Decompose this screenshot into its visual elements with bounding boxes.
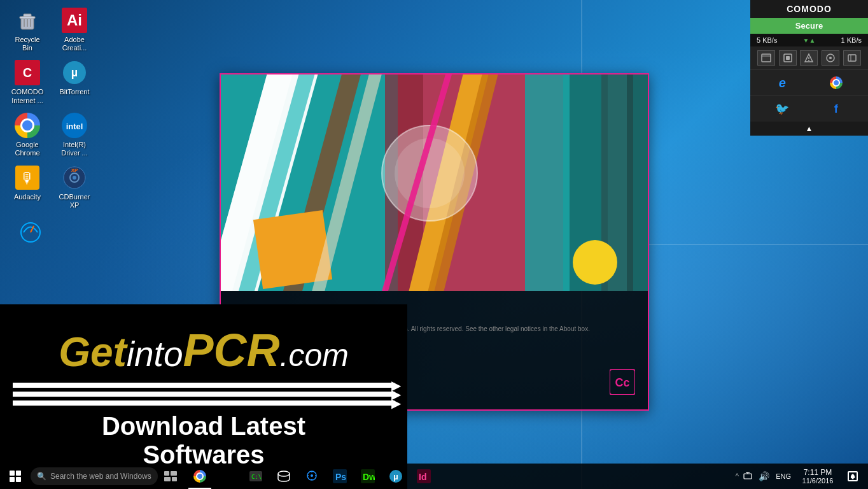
comodo-social-row: 🐦 f [750,96,868,122]
svg-rect-2 [20,17,35,18]
comodo-internet-icon[interactable]: C COMODO Internet ... [5,57,50,107]
svg-rect-73 [852,478,854,479]
taskbar-photoshop-app[interactable]: Ps [326,464,354,489]
comodo-speed-arrows: ▼▲ [803,37,816,44]
watermark-subtitle-area: Download Latest Softwares [102,412,305,469]
svg-point-55 [278,471,290,476]
tray-network-icon[interactable] [741,471,754,482]
start-button[interactable] [0,464,31,489]
watermark-subtitle-1: Download Latest [102,412,305,441]
svg-rect-39 [762,54,771,62]
taskbar-chrome-app[interactable] [186,464,214,489]
svg-rect-51 [164,477,171,481]
comodo-status: Secure [750,18,868,34]
watermark-into: into [127,334,183,374]
comodo-download-speed: 5 KB/s [757,36,777,44]
comodo-twitter-icon[interactable]: 🐦 [773,100,791,118]
svg-rect-47 [848,55,856,61]
adobe-label: Adobe Creati... [57,36,92,52]
cdburnerxp-label: CDBurnerXP [57,193,92,209]
svg-text:Ps: Ps [335,472,346,482]
task-view-button[interactable] [158,464,183,489]
tray-volume-icon[interactable]: 🔊 [757,471,771,481]
intel-driver-icon[interactable]: intel Intel(R) Driver ... [52,110,97,160]
svg-point-44 [808,60,809,61]
tray-expand-chevron[interactable]: ^ [736,472,739,481]
cdburnerxp-icon[interactable]: XP CDBurnerXP [52,162,97,212]
comodo-tool-3[interactable] [800,50,818,66]
svg-marker-25 [525,74,576,291]
watermark-com: .com [280,337,349,374]
arrow-line-3 [13,400,395,406]
taskbar-bittorrent-tb-app[interactable]: µ [382,464,410,489]
svg-text:C:\: C:\ [251,474,262,480]
adobe-creative-icon[interactable]: Ai Adobe Creati... [52,5,97,55]
watermark-pcr: PCR [183,324,280,376]
search-icon: 🔍 [37,472,46,481]
comodo-speed-bar: 5 KB/s ▼▲ 1 KB/s [750,34,868,46]
svg-rect-35 [627,74,648,291]
taskbar-indesign-app[interactable]: Id [410,464,438,489]
chrome-app-icon [193,470,206,483]
comodo-icons-row-1 [750,46,868,69]
svg-text:µ: µ [71,66,78,79]
taskbar: 🔍 Search the web and Windows 🗑 C:\ [0,464,868,489]
recycle-app-icon: 🗑 [222,470,234,483]
taskbar-search[interactable]: 🔍 Search the web and Windows [31,467,158,485]
svg-text:µ: µ [393,472,398,481]
svg-point-57 [311,474,313,477]
desktop-icons-row-1: Recycle Bin Ai Adobe Creati... [5,5,97,55]
notification-icon [848,471,858,481]
taskbar-maps-app[interactable] [298,464,326,489]
intel-label: Intel(R) Driver ... [57,141,92,157]
audacity-icon[interactable]: 🎙 Audacity [5,162,50,212]
comodo-icons-row-2: e [750,69,868,96]
watermark-title-line: Get into PCR .com [59,324,349,376]
svg-point-33 [573,240,617,285]
svg-rect-50 [171,471,177,476]
tray-language[interactable]: ENG [774,472,793,480]
taskbar-dreamweaver-app[interactable]: Dw [354,464,382,489]
comodo-tool-4[interactable] [822,50,839,66]
desktop-icons-area: Recycle Bin Ai Adobe Creati... C COMODO … [0,0,102,253]
taskbar-terminal-app[interactable]: C:\ [242,464,270,489]
arrow-line-2 [13,392,395,397]
splash-artwork [221,74,648,291]
comodo-tool-2[interactable] [779,50,797,66]
comodo-tool-5[interactable] [843,50,861,66]
clock-date: 11/6/2016 [802,477,834,485]
svg-rect-70 [744,474,752,479]
recycle-bin-label: Recycle Bin [10,36,45,52]
comodo-collapse-button[interactable]: ▲ [750,122,868,136]
taskbar-storage-app[interactable] [270,464,298,489]
svg-rect-42 [786,56,790,60]
bittorrent-icon[interactable]: µ BitTorrent [52,57,97,107]
taskbar-clock[interactable]: 7:11 PM 11/6/2016 [795,468,840,485]
desktop-icons-row-4: 🎙 Audacity XP CDBurnerXP [5,162,97,212]
watermark-arrows [0,383,407,406]
svg-rect-52 [172,477,177,481]
comodo-panel: COMODO Secure 5 KB/s ▼▲ 1 KB/s e [750,0,868,136]
bittorrent-label: BitTorrent [59,88,89,96]
arrow-line-1 [13,383,395,388]
comodo-facebook-icon[interactable]: f [827,100,845,118]
speedometer-icon[interactable] [5,215,56,248]
watermark-get: Get [59,329,127,376]
svg-point-46 [829,57,832,59]
search-placeholder: Search the web and Windows [50,472,151,481]
svg-text:XP: XP [71,167,78,173]
svg-text:🎙: 🎙 [20,169,35,187]
svg-text:Cc: Cc [615,376,629,389]
comodo-chrome-icon[interactable] [827,74,845,92]
notification-center-button[interactable] [843,464,863,489]
windows-logo [10,471,21,482]
comodo-tool-1[interactable] [757,50,775,66]
svg-text:intel: intel [66,122,83,131]
google-chrome-icon[interactable]: Google Chrome [5,110,50,160]
google-chrome-label: Google Chrome [10,141,45,157]
comodo-ie-icon[interactable]: e [773,74,791,92]
recycle-bin-icon[interactable]: Recycle Bin [5,5,50,55]
watermark-overlay: Get into PCR .com Download Latest Softwa… [0,304,407,489]
taskbar-recycle-app[interactable]: 🗑 [214,464,242,489]
comodo-label: COMODO Internet ... [10,88,45,104]
